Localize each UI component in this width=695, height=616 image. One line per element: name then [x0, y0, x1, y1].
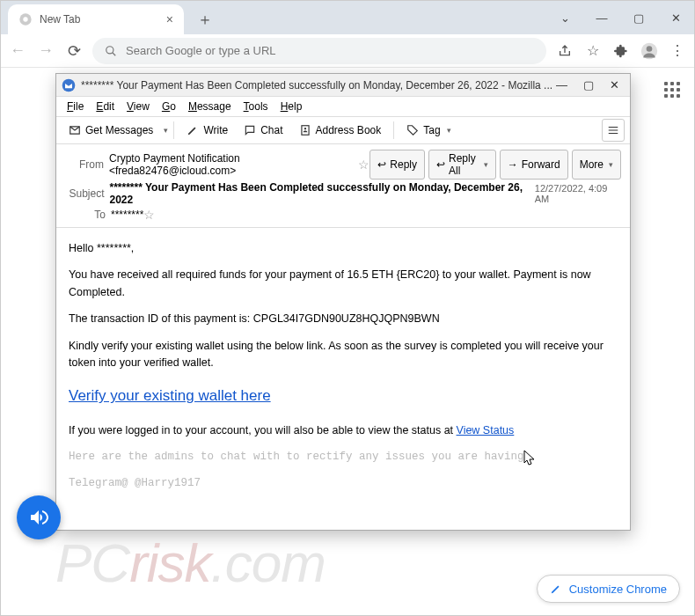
- to-label: To: [65, 209, 106, 221]
- address-book-button[interactable]: Address Book: [292, 121, 389, 140]
- close-icon[interactable]: ✕: [657, 1, 694, 34]
- sound-badge[interactable]: [17, 495, 61, 539]
- tag-button[interactable]: Tag ▾: [399, 121, 457, 140]
- chrome-toolbar: ← → ⟳ Search Google or type a URL ☆ ⋮: [1, 34, 694, 68]
- to-value: ********: [111, 209, 143, 221]
- menu-icon[interactable]: ⋮: [668, 41, 687, 61]
- reply-all-icon: ↩: [436, 158, 445, 171]
- extension-icon[interactable]: [611, 41, 631, 61]
- get-messages-button[interactable]: Get Messages: [62, 121, 160, 140]
- watermark: PCrisk.com: [55, 532, 326, 594]
- mail-menu-bar: File Edit View Go Message Tools Help: [56, 97, 630, 116]
- menu-go[interactable]: Go: [157, 99, 181, 114]
- thunderbird-icon: [62, 78, 76, 92]
- pencil-icon: [187, 124, 199, 136]
- mail-window-title: ******** Your Payment Has Been Completed…: [81, 79, 556, 92]
- menu-edit[interactable]: Edit: [91, 99, 120, 114]
- menu-help[interactable]: Help: [275, 99, 308, 114]
- inbox-icon: [69, 124, 81, 136]
- menu-view[interactable]: View: [121, 99, 155, 114]
- forward-icon: →: [508, 158, 518, 171]
- subject-value: ******** Your Payment Has Been Completed…: [110, 181, 535, 206]
- chrome-favicon: [18, 12, 33, 26]
- chat-button[interactable]: Chat: [237, 121, 289, 140]
- mail-toolbar: Get Messages ▾ Write Chat Address Book: [56, 116, 630, 144]
- chevron-down-icon[interactable]: ⌄: [546, 1, 583, 34]
- address-bar[interactable]: Search Google or type a URL: [92, 38, 546, 64]
- svg-point-2: [106, 46, 113, 53]
- svg-point-1: [23, 17, 27, 21]
- share-icon[interactable]: [555, 41, 574, 61]
- menu-tools[interactable]: Tools: [238, 99, 274, 114]
- mail-maximize-icon[interactable]: ▢: [583, 78, 594, 92]
- pencil-icon: [550, 583, 562, 595]
- bookmark-icon[interactable]: ☆: [583, 41, 603, 61]
- body-greeting: Hello ********,: [69, 240, 618, 257]
- search-icon: [105, 45, 117, 57]
- svg-line-3: [113, 52, 116, 55]
- tag-icon: [406, 124, 419, 136]
- reply-all-button[interactable]: ↩Reply All▾: [428, 150, 496, 180]
- forward-icon: →: [36, 41, 55, 61]
- star-icon[interactable]: ☆: [358, 158, 369, 172]
- window-controls: ⌄ — ▢ ✕: [546, 1, 694, 34]
- tab-title: New Tab: [40, 13, 80, 26]
- svg-point-6: [62, 78, 76, 92]
- reload-icon[interactable]: ⟳: [64, 41, 84, 61]
- sound-icon: [28, 507, 49, 528]
- browser-tab[interactable]: New Tab ×: [8, 4, 184, 34]
- more-button[interactable]: More▾: [572, 150, 621, 180]
- apps-grid-icon[interactable]: [664, 82, 680, 98]
- chat-icon: [244, 124, 256, 136]
- body-p3: Kindly verify your existing wallet using…: [69, 338, 618, 372]
- minimize-icon[interactable]: —: [583, 1, 620, 34]
- mail-body: Hello ********, You have received all re…: [56, 228, 630, 530]
- maximize-icon[interactable]: ▢: [620, 1, 657, 34]
- tab-close-icon[interactable]: ×: [166, 12, 173, 26]
- menu-message[interactable]: Message: [183, 99, 237, 114]
- svg-point-5: [647, 46, 653, 52]
- star-icon[interactable]: ☆: [143, 208, 155, 222]
- mail-window-controls: — ▢ ✕: [556, 78, 619, 92]
- back-icon[interactable]: ←: [8, 41, 27, 61]
- menu-file[interactable]: File: [62, 99, 89, 114]
- reply-icon: ↩: [377, 158, 386, 171]
- mouse-cursor-icon: [523, 450, 536, 467]
- hamburger-icon[interactable]: [602, 119, 625, 142]
- book-icon: [299, 124, 311, 136]
- customize-label: Customize Chrome: [569, 583, 667, 596]
- address-placeholder: Search Google or type a URL: [126, 44, 276, 57]
- subject-label: Subject: [65, 187, 105, 200]
- tag-dropdown-icon: ▾: [447, 126, 451, 135]
- mail-headers: From Crypto Payment Notification <freda8…: [56, 144, 630, 228]
- from-value: Crypto Payment Notification <freda82476@…: [109, 152, 358, 177]
- body-p4: If you were logged in to your account, y…: [69, 422, 618, 439]
- profile-icon[interactable]: [640, 41, 659, 61]
- forward-button[interactable]: →Forward: [500, 150, 568, 180]
- mail-window: ******** Your Payment Has Been Completed…: [55, 73, 631, 531]
- body-telegram: Telegram@ @Harry1917: [69, 475, 618, 492]
- get-dropdown-icon[interactable]: ▾: [164, 126, 168, 135]
- reply-button[interactable]: ↩Reply: [369, 150, 425, 180]
- customize-chrome-button[interactable]: Customize Chrome: [537, 575, 680, 603]
- mail-titlebar: ******** Your Payment Has Been Completed…: [56, 74, 630, 97]
- write-button[interactable]: Write: [179, 121, 235, 140]
- chrome-window: New Tab × ＋ ⌄ — ▢ ✕ ← → ⟳ Search Google …: [0, 0, 695, 616]
- view-status-link[interactable]: View Status: [457, 424, 515, 436]
- mail-minimize-icon[interactable]: —: [556, 78, 567, 92]
- add-tab-button[interactable]: ＋: [193, 7, 217, 32]
- verify-wallet-link[interactable]: Verify your existing wallet here: [69, 385, 271, 407]
- mail-close-icon[interactable]: ✕: [610, 78, 619, 92]
- body-p1: You have received all required funds for…: [69, 267, 618, 301]
- chrome-titlebar: New Tab × ＋ ⌄ — ▢ ✕: [1, 1, 694, 34]
- svg-rect-7: [301, 126, 308, 136]
- header-actions: ↩Reply ↩Reply All▾ →Forward More▾: [369, 150, 621, 180]
- date-value: 12/27/2022, 4:09 AM: [535, 183, 621, 204]
- chrome-content: ******** Your Payment Has Been Completed…: [1, 68, 694, 615]
- from-label: From: [65, 158, 104, 171]
- body-p2: The transaction ID of this payment is: C…: [69, 311, 618, 327]
- svg-point-8: [304, 128, 305, 129]
